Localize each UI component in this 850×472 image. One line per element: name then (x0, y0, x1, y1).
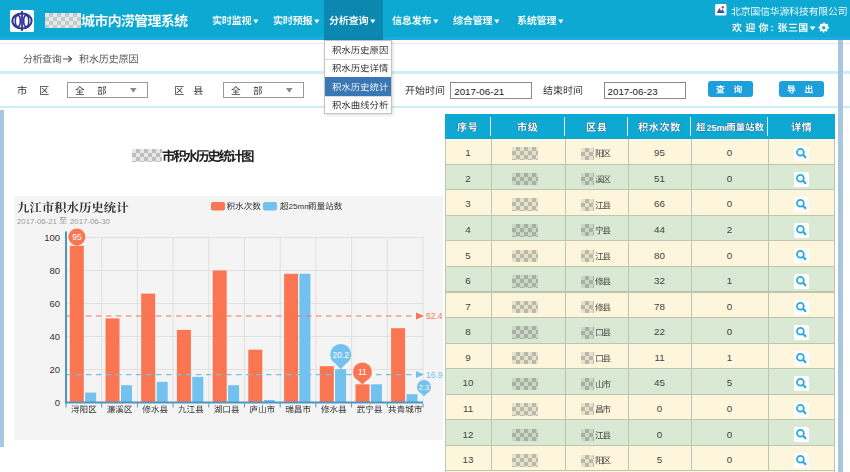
svg-text:52.4: 52.4 (426, 311, 443, 321)
svg-text:2017-06-30: 2017-06-30 (70, 217, 111, 226)
svg-text:60: 60 (49, 298, 60, 309)
svg-text::: : (770, 22, 773, 33)
svg-text:2017-06-21: 2017-06-21 (17, 217, 57, 226)
svg-text:11: 11 (358, 367, 367, 377)
svg-text:20: 20 (49, 364, 60, 375)
svg-text:95: 95 (72, 232, 82, 242)
svg-text:25mm: 25mm (289, 202, 312, 211)
svg-text:0: 0 (55, 397, 60, 408)
svg-text:16.9: 16.9 (426, 370, 443, 380)
svg-text:100: 100 (44, 232, 60, 243)
svg-text:40: 40 (49, 331, 60, 342)
svg-text:2.3: 2.3 (419, 383, 429, 392)
svg-text:80: 80 (49, 265, 60, 276)
svg-text:20.2: 20.2 (332, 350, 349, 360)
